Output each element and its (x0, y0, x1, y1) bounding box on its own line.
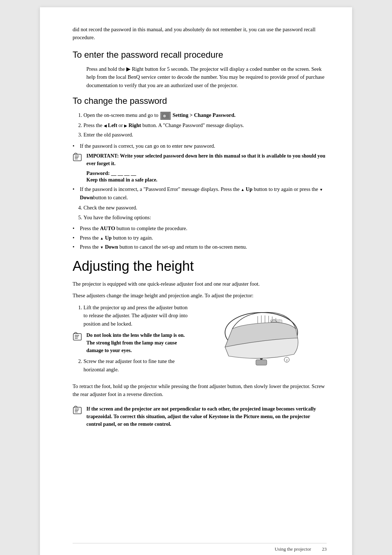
password-line: Password: __ __ __ __ (86, 170, 327, 176)
section3-intro2: These adjusters change the image height … (73, 291, 327, 299)
password-correct-note: If the password is correct, you can go o… (73, 142, 327, 150)
options-list: Press the AUTO button to complete the pr… (73, 224, 327, 251)
warning-icon (73, 332, 84, 342)
keystone-note-icon (73, 406, 84, 416)
svg-rect-13 (75, 338, 78, 339)
step-1: Open the on-screen menu and go to ⚙ Sett… (83, 111, 327, 120)
svg-rect-37 (75, 412, 78, 412)
page: did not record the password in this manu… (40, 7, 352, 555)
svg-text:2: 2 (286, 359, 288, 362)
intro-paragraph: did not record the password in this manu… (73, 25, 327, 42)
page-footer: Using the projector 23 (73, 543, 327, 552)
adjust-step-2: Screw the rear adjuster foot to fine tun… (83, 357, 189, 374)
section3-title: Adjusting the height (73, 258, 327, 274)
footer-page-number: 23 (322, 546, 327, 552)
projector-diagram: PUSH 1 2 (214, 303, 309, 376)
option-auto: Press the AUTO button to complete the pr… (73, 224, 327, 232)
step-4: Check the new password. (83, 204, 327, 212)
password-correct-item: If the password is correct, you can go o… (73, 142, 327, 150)
keystone-note-box: If the screen and the projector are not … (73, 405, 327, 428)
change-password-steps: Open the on-screen menu and go to ⚙ Sett… (83, 111, 327, 139)
important-note-text: IMPORTANT: Write your selected password … (86, 152, 327, 167)
svg-rect-5 (75, 156, 79, 156)
section3-intro1: The projector is equipped with one quick… (73, 280, 327, 288)
section1-body: Press and hold the ▶ Right button for 5 … (86, 65, 327, 89)
step-5: You have the following options: (83, 213, 327, 221)
step-2: Press the Left or Right button. A "Chang… (83, 121, 327, 129)
adjust-step-1: Lift the projector up and press the adju… (83, 303, 189, 328)
adjust-steps: Lift the projector up and press the adju… (83, 303, 189, 328)
diagram-col: PUSH 1 2 (196, 303, 327, 376)
svg-rect-36 (75, 410, 78, 411)
adjust-steps2: Screw the rear adjuster foot to fine tun… (83, 357, 189, 374)
option-up: Press the Up button to try again. (73, 234, 327, 242)
note-icon (73, 153, 84, 163)
warning-text: Do not look into the lens while the lamp… (86, 331, 189, 354)
change-password-steps2: Check the new password. You have the fol… (83, 204, 327, 221)
svg-text:⚙: ⚙ (163, 114, 166, 118)
steps-left-col: Lift the projector up and press the adju… (73, 303, 189, 376)
password-error-item: If the password is incorrect, a "Passwor… (73, 185, 327, 201)
section2-title: To change the password (73, 96, 327, 106)
svg-rect-7 (75, 159, 78, 159)
option-down: Press the Down button to cancel the set-… (73, 243, 327, 251)
svg-rect-6 (75, 157, 78, 158)
important-note-box: IMPORTANT: Write your selected password … (73, 152, 327, 167)
retract-text: To retract the foot, hold up the project… (73, 382, 327, 399)
section1-title: To enter the password recall procedure (73, 50, 327, 60)
svg-rect-35 (75, 409, 79, 409)
setting-icon: ⚙ (160, 112, 171, 120)
keep-safe-line: Keep this manual in a safe place. (86, 177, 327, 183)
svg-rect-27 (256, 360, 267, 365)
svg-rect-11 (75, 335, 79, 336)
step-3: Enter the old password. (83, 131, 327, 139)
keystone-note-text: If the screen and the projector are not … (86, 405, 327, 428)
password-error-list: If the password is incorrect, a "Passwor… (73, 185, 327, 201)
svg-rect-12 (75, 336, 78, 337)
warning-box: Do not look into the lens while the lamp… (73, 331, 189, 354)
footer-section-label: Using the projector (275, 546, 311, 552)
two-col-section: Lift the projector up and press the adju… (73, 303, 327, 376)
